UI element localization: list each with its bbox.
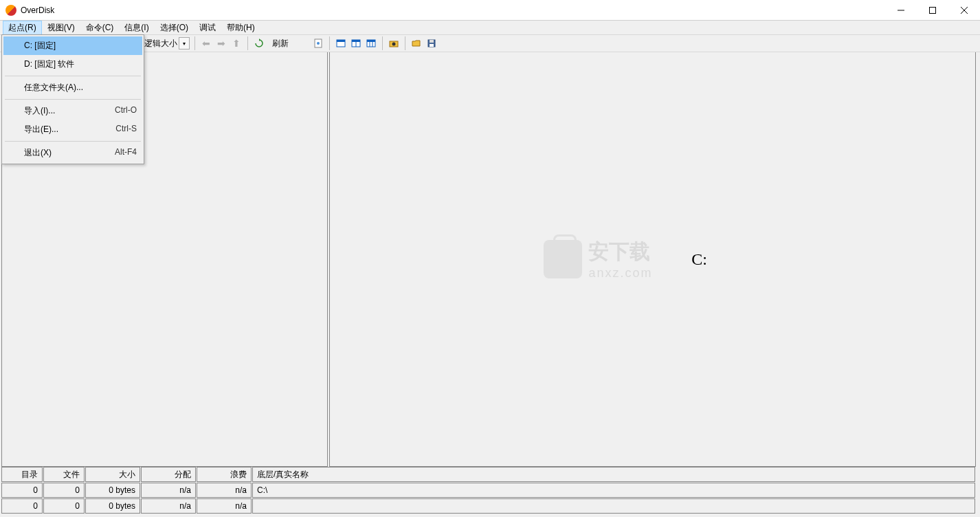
- toolbar-separator: [247, 36, 248, 50]
- toolbar-separator: [382, 36, 383, 50]
- refresh-icon[interactable]: [253, 37, 265, 50]
- cell-dir: 0: [1, 498, 43, 514]
- menu-command[interactable]: 命令(C): [80, 21, 120, 35]
- camera-icon[interactable]: [388, 37, 400, 50]
- dropdown-item-c-drive[interactable]: C: [固定]: [3, 36, 142, 55]
- minimize-button[interactable]: [885, 0, 917, 20]
- chevron-down-icon[interactable]: ▾: [179, 37, 190, 50]
- cell-alloc: n/a: [141, 483, 196, 498]
- window-layout-3-icon[interactable]: [365, 37, 377, 50]
- svg-rect-18: [430, 40, 434, 43]
- menu-view[interactable]: 视图(V): [42, 21, 80, 35]
- dropdown-separator: [5, 99, 141, 100]
- status-area: 目录 文件 大小 分配 浪费 底层/真实名称 0 0 0 bytes n/a n…: [0, 467, 980, 517]
- header-dir: 目录: [1, 467, 43, 482]
- dropdown-shortcut: Ctrl-S: [115, 124, 137, 135]
- cell-waste: n/a: [197, 498, 252, 514]
- title-bar: OverDisk: [0, 0, 980, 21]
- cell-file: 0: [43, 483, 85, 498]
- menu-select[interactable]: 选择(O): [155, 21, 194, 35]
- refresh-button[interactable]: 刷新: [268, 38, 293, 50]
- back-icon[interactable]: ⬅: [200, 37, 212, 50]
- visualization-panel[interactable]: 安下载 anxz.com C:: [329, 52, 976, 467]
- size-mode-combo[interactable]: 逻辑大小 ▾: [144, 37, 190, 50]
- window-title: OverDisk: [21, 6, 885, 15]
- menu-start[interactable]: 起点(R): [3, 21, 42, 35]
- svg-rect-9: [352, 40, 360, 42]
- window-layout-1-icon[interactable]: [335, 37, 347, 50]
- window-layout-2-icon[interactable]: [350, 37, 362, 50]
- header-path: 底层/真实名称: [252, 467, 975, 482]
- menu-bar: 起点(R) 视图(V) 命令(C) 信息(I) 选择(O) 调试 帮助(H): [0, 21, 980, 34]
- dropdown-label: 导出(E)...: [24, 124, 58, 135]
- close-button[interactable]: [948, 0, 980, 20]
- dropdown-item-import[interactable]: 导入(I)... Ctrl-O: [3, 102, 142, 120]
- forward-icon[interactable]: ➡: [215, 37, 227, 50]
- dropdown-label: 导入(I)...: [24, 105, 55, 117]
- toolbar-separator: [405, 36, 405, 50]
- header-waste: 浪费: [197, 467, 252, 482]
- dropdown-item-d-drive[interactable]: D: [固定] 软件: [3, 55, 142, 74]
- menu-debug[interactable]: 调试: [194, 21, 221, 35]
- dropdown-item-exit[interactable]: 退出(X) Alt-F4: [3, 144, 142, 162]
- dropdown-label: C: [固定]: [24, 40, 56, 52]
- svg-rect-1: [930, 7, 936, 13]
- dropdown-label: 任意文件夹(A)...: [24, 82, 83, 94]
- status-row: 0 0 0 bytes n/a n/a C:\: [1, 483, 976, 498]
- toolbar-separator: [329, 36, 330, 50]
- start-dropdown-menu: C: [固定] D: [固定] 软件 任意文件夹(A)... 导入(I)... …: [1, 34, 144, 164]
- header-alloc: 分配: [141, 467, 196, 482]
- watermark: 安下载 anxz.com: [543, 238, 652, 280]
- watermark-bag-icon: [543, 240, 581, 278]
- cell-file: 0: [43, 498, 85, 514]
- dropdown-shortcut: Ctrl-O: [115, 105, 137, 117]
- cell-path: C:\: [252, 483, 975, 498]
- dropdown-separator: [5, 141, 141, 142]
- menu-info[interactable]: 信息(I): [119, 21, 154, 35]
- document-icon[interactable]: [312, 37, 324, 50]
- watermark-cn: 安下载: [588, 238, 652, 266]
- dropdown-label: D: [固定] 软件: [24, 58, 74, 70]
- toolbar: 逻辑大小 ▾ ⬅ ➡ ⬆ 刷新: [0, 34, 980, 52]
- cell-waste: n/a: [197, 483, 252, 498]
- up-icon[interactable]: ⬆: [230, 37, 243, 50]
- drive-label: C:: [691, 250, 707, 269]
- svg-point-5: [317, 42, 320, 45]
- svg-point-16: [392, 43, 396, 46]
- watermark-en: anxz.com: [588, 266, 652, 280]
- main-content: 安下载 anxz.com C:: [0, 52, 980, 467]
- save-icon[interactable]: [425, 37, 438, 50]
- size-mode-label: 逻辑大小: [144, 38, 177, 50]
- toolbar-separator: [194, 36, 195, 50]
- dropdown-item-export[interactable]: 导出(E)... Ctrl-S: [3, 120, 142, 139]
- dropdown-separator: [5, 76, 141, 76]
- watermark-text: 安下载 anxz.com: [588, 238, 652, 280]
- maximize-button[interactable]: [917, 0, 948, 20]
- dropdown-item-any-folder[interactable]: 任意文件夹(A)...: [3, 78, 142, 97]
- window-controls: [885, 0, 980, 20]
- status-headers: 目录 文件 大小 分配 浪费 底层/真实名称: [1, 467, 976, 482]
- status-row: 0 0 0 bytes n/a n/a: [1, 498, 976, 514]
- header-size: 大小: [85, 467, 140, 482]
- dropdown-label: 退出(X): [24, 147, 52, 159]
- header-file: 文件: [43, 467, 85, 482]
- cell-size: 0 bytes: [85, 498, 140, 514]
- cell-dir: 0: [1, 483, 43, 498]
- svg-rect-7: [337, 40, 345, 42]
- cell-path: [252, 498, 975, 514]
- app-icon: [5, 5, 16, 16]
- menu-help[interactable]: 帮助(H): [221, 21, 260, 35]
- svg-rect-12: [367, 40, 375, 42]
- cell-alloc: n/a: [141, 498, 196, 514]
- dropdown-shortcut: Alt-F4: [115, 147, 137, 159]
- cell-size: 0 bytes: [85, 483, 140, 498]
- svg-rect-19: [430, 44, 434, 47]
- folder-open-icon[interactable]: [410, 37, 423, 50]
